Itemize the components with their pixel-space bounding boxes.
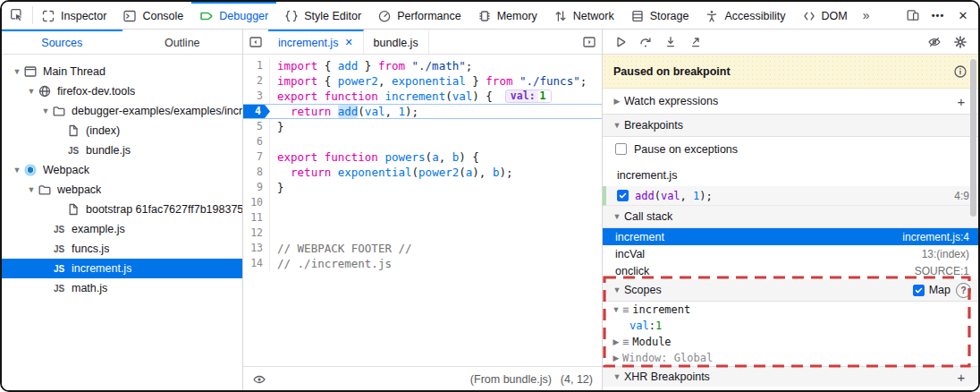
- code-line-content[interactable]: [270, 226, 602, 241]
- scopes-header[interactable]: ▼ Scopes Map ?: [603, 279, 978, 302]
- node-picker-button[interactable]: [2, 2, 32, 29]
- line-number-7[interactable]: 7: [243, 149, 270, 165]
- twisty-open-icon[interactable]: ▼: [610, 285, 624, 294]
- twisty-open-icon[interactable]: ▼: [25, 87, 38, 96]
- code-line-content[interactable]: return exponential(power2(a), b);: [270, 165, 602, 180]
- editor-tab-bundle[interactable]: bundle.js: [364, 30, 429, 54]
- tree-item-debugger-examples-examples-increm[interactable]: ▼debugger-examples/examples/increm: [2, 101, 242, 121]
- tree-item-math-js[interactable]: JSmath.js: [2, 278, 242, 298]
- help-icon[interactable]: ?: [956, 283, 971, 298]
- twisty-closed-icon[interactable]: ▶: [610, 354, 622, 362]
- scope-row[interactable]: val: 1: [603, 318, 978, 334]
- tool-tab-network[interactable]: Network: [545, 2, 622, 29]
- add-xhr-breakpoint-button[interactable]: +: [951, 370, 971, 385]
- twisty-closed-icon[interactable]: ▶: [610, 97, 624, 106]
- tree-item-webpack[interactable]: ▼Webpack: [2, 160, 242, 180]
- breakpoint-checkbox[interactable]: [617, 190, 629, 201]
- line-number-2[interactable]: 2: [243, 73, 270, 89]
- breakpoints-header[interactable]: ▼ Breakpoints: [603, 115, 978, 137]
- callstack-frame-onclick[interactable]: onclickSOURCE:1: [603, 262, 978, 279]
- pause-on-exceptions-checkbox[interactable]: [615, 143, 627, 155]
- tree-item-increment-js[interactable]: JSincrement.js: [2, 259, 242, 278]
- tool-tab-accessibility[interactable]: Accessibility: [697, 2, 793, 29]
- twisty-open-icon[interactable]: ▼: [610, 212, 624, 221]
- callstack-header[interactable]: ▼ Call stack: [603, 206, 978, 228]
- line-number-6[interactable]: 6: [243, 134, 270, 149]
- twisty-open-icon[interactable]: ▼: [610, 372, 624, 381]
- step-over-button[interactable]: [633, 31, 658, 53]
- close-devtools-button[interactable]: ✕: [951, 4, 975, 27]
- tree-item-firefox-dev-tools[interactable]: ▼firefox-dev.tools: [2, 81, 242, 101]
- code-line-content[interactable]: [270, 134, 602, 149]
- ignore-breakpoints-button[interactable]: [922, 31, 947, 53]
- line-number-14[interactable]: 14: [243, 256, 270, 271]
- scope-row[interactable]: ▶Window: Global: [603, 350, 978, 366]
- map-scopes-checkbox[interactable]: [913, 285, 925, 296]
- tree-item--index-[interactable]: (index): [2, 121, 242, 141]
- code-line-content[interactable]: export function powers(a, b) {: [270, 149, 602, 165]
- resume-button[interactable]: [608, 31, 633, 53]
- line-number-9[interactable]: 9: [243, 180, 270, 195]
- twisty-open-icon[interactable]: ▼: [25, 185, 38, 194]
- twisty-open-icon[interactable]: ▼: [610, 121, 624, 130]
- panel-scrollbar-thumb[interactable]: [970, 59, 976, 217]
- line-number-13[interactable]: 13: [243, 241, 270, 256]
- line-number-4[interactable]: 4: [243, 105, 270, 118]
- tool-tab-style-editor[interactable]: Style Editor: [276, 2, 369, 29]
- line-number-12[interactable]: 12: [243, 226, 270, 241]
- tool-tab-dom[interactable]: DOM: [794, 2, 856, 29]
- twisty-open-icon[interactable]: ▼: [610, 305, 622, 314]
- tree-item-webpack[interactable]: ▼webpack: [2, 180, 242, 200]
- line-number-10[interactable]: 10: [243, 195, 270, 210]
- code-line-content[interactable]: }: [270, 119, 602, 134]
- tree-item-example-js[interactable]: JSexample.js: [2, 219, 242, 239]
- breakpoint-entry[interactable]: add(val, 1); 4:9: [603, 186, 978, 206]
- breakpoint-source-heading[interactable]: increment.js: [603, 165, 978, 186]
- twisty-open-icon[interactable]: ▼: [11, 166, 23, 175]
- line-number-8[interactable]: 8: [243, 165, 270, 180]
- tree-item-bootstrap-61fac7627ff7b1983757[interactable]: bootstrap 61fac7627ff7b1983757: [2, 200, 242, 219]
- tree-item-bundle-js[interactable]: JSbundle.js: [2, 141, 242, 160]
- twisty-open-icon[interactable]: ▼: [11, 67, 23, 76]
- tool-tab-memory[interactable]: Memory: [469, 2, 545, 29]
- callstack-frame-increment[interactable]: incrementincrement.js:4: [603, 228, 978, 245]
- watch-expressions-header[interactable]: ▶ Watch expressions +: [603, 89, 978, 115]
- code-line-content[interactable]: [270, 195, 602, 210]
- code-line-content[interactable]: import { add } from "./math";: [270, 58, 602, 73]
- responsive-mode-button[interactable]: [901, 4, 925, 27]
- code-line-content[interactable]: return add(val, 1);: [270, 105, 602, 118]
- tool-tab-debugger[interactable]: Debugger: [191, 2, 276, 29]
- code-line-content[interactable]: export function increment(val) {val:1: [270, 89, 602, 104]
- twisty-closed-icon[interactable]: ▶: [610, 337, 622, 346]
- tool-tab-inspector[interactable]: Inspector: [33, 2, 114, 29]
- step-in-button[interactable]: [658, 31, 683, 53]
- tree-item-funcs-js[interactable]: JSfuncs.js: [2, 239, 242, 259]
- tool-overflow-chevron[interactable]: »: [856, 2, 877, 29]
- info-icon[interactable]: [953, 64, 967, 79]
- code-line-content[interactable]: // ./increment.js: [270, 256, 602, 271]
- close-tab-icon[interactable]: ✕: [344, 37, 352, 48]
- line-number-1[interactable]: 1: [243, 58, 270, 73]
- code-line-content[interactable]: [270, 210, 602, 226]
- editor-tab-increment[interactable]: increment.js ✕: [268, 30, 364, 54]
- scope-row[interactable]: ▼≡increment: [603, 302, 978, 318]
- step-out-button[interactable]: [683, 31, 708, 53]
- tree-item-main-thread[interactable]: ▼Main Thread: [2, 62, 242, 81]
- meatball-menu-button[interactable]: •••: [926, 4, 950, 27]
- callstack-frame-incVal[interactable]: incVal13:(index): [603, 245, 978, 262]
- tool-tab-storage[interactable]: Storage: [622, 2, 697, 29]
- tool-tab-console[interactable]: Console: [114, 2, 191, 29]
- add-watch-button[interactable]: +: [951, 94, 971, 109]
- preview-eye-icon[interactable]: [252, 372, 266, 387]
- line-number-11[interactable]: 11: [243, 210, 270, 226]
- tool-tab-performance[interactable]: Performance: [369, 2, 469, 29]
- xhr-breakpoints-header[interactable]: ▼ XHR Breakpoints +: [603, 366, 978, 387]
- line-number-5[interactable]: 5: [243, 119, 270, 134]
- scope-row[interactable]: ▶≡Module: [603, 334, 978, 350]
- code-line-content[interactable]: // WEBPACK FOOTER //: [270, 241, 602, 256]
- tab-sources[interactable]: Sources: [2, 30, 122, 54]
- code-line-content[interactable]: import { power2, exponential } from "./f…: [270, 73, 602, 89]
- twisty-open-icon[interactable]: ▼: [39, 107, 52, 115]
- debugger-settings-button[interactable]: [948, 31, 973, 53]
- tab-outline[interactable]: Outline: [122, 30, 243, 54]
